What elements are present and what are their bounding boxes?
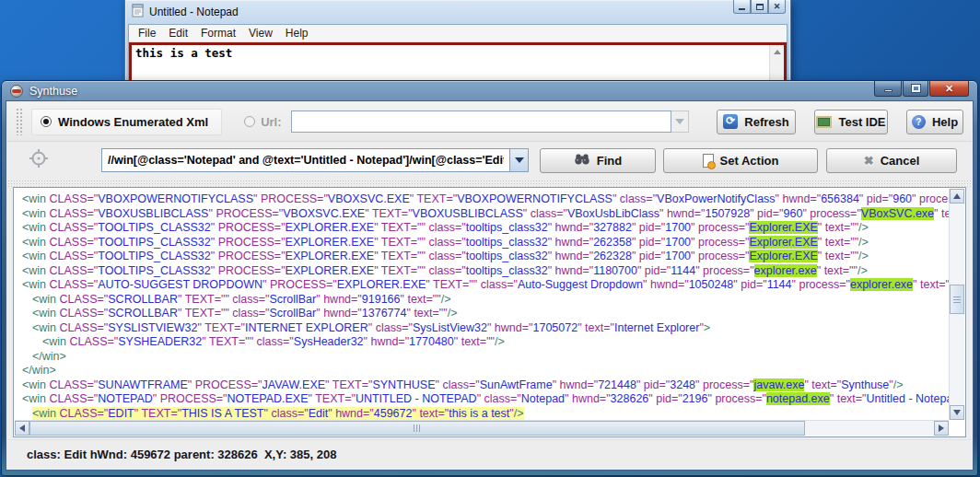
xml-line[interactable]: <win CLASS="VBOXUSBLIBCLASS" PROCESS="VB… [15,207,949,222]
xml-token: class=" [232,307,269,320]
xml-line[interactable]: <win CLASS="SUNAWTFRAME" PROCESS="JAVAW.… [15,378,949,393]
scroll-down-button[interactable] [950,405,964,420]
element-spy-crosshair-icon[interactable] [29,149,48,171]
xml-token: </win> [22,364,56,377]
minimize-icon [884,89,892,92]
scroll-left-button[interactable] [15,421,29,436]
xml-token: PROCESS=" [160,392,228,405]
xml-token: Notepad [521,392,565,405]
help-button[interactable]: ? Help [906,110,963,134]
xml-line[interactable]: <win CLASS="VBOXPOWERNOTIFYCLASS" PROCES… [15,192,949,207]
xml-token: TEXT=" [332,378,373,391]
notepad-window: Untitled - Notepad ✕ File Edit Format Vi… [124,0,791,88]
xml-token: ScrollBar [270,293,317,306]
xml-line[interactable]: <win CLASS="SYSHEADER32" TEXT="" class="… [15,335,949,350]
url-input[interactable] [291,111,671,133]
refresh-button[interactable]: ⟳ Refresh [717,110,796,134]
xml-line[interactable]: </win> [15,350,949,365]
xml-token: class=" [428,236,465,249]
xml-line[interactable]: <win CLASS="AUTO-SUGGEST DROPDOWN" PROCE… [15,278,949,293]
xml-token: 960 [892,192,912,205]
xml-token: VBOXPOWERNOTIFYCLASS [98,192,253,205]
xml-line[interactable]: <win CLASS="SCROLLBAR" TEXT="" class="Sc… [15,293,949,308]
xml-token: pid=" [656,392,682,405]
xml-line[interactable]: <win CLASS="EDIT" TEXT="THIS IS A TEST" … [15,407,949,421]
xml-token: TEXT=" [381,236,422,249]
menu-view[interactable]: View [242,27,279,40]
scroll-up-icon[interactable] [770,45,784,59]
cancel-button[interactable]: ✖ Cancel [826,148,957,173]
xml-token: hwnd=" [555,264,594,277]
xml-token: class=" [271,407,308,420]
horizontal-scrollbar[interactable] [15,420,949,436]
xml-token: 327882 [593,221,632,234]
xml-token: PROCESS=" [216,207,283,220]
xml-line[interactable]: <win CLASS="NOTEPAD" PROCESS="NOTEPAD.EX… [15,392,949,407]
xml-line[interactable]: <win CLASS="SCROLLBAR" TEXT="" class="Sc… [15,307,949,321]
xml-token: text=" [824,264,854,277]
xml-line[interactable]: <win CLASS="TOOLTIPS_CLASS32" PROCESS="E… [15,250,949,264]
test-ide-button[interactable]: Test IDE [814,110,888,134]
xml-line[interactable]: <win CLASS="TOOLTIPS_CLASS32" PROCESS="E… [15,221,949,236]
synthuse-minimize-button[interactable] [874,81,902,97]
radio-windows-xml[interactable]: Windows Enumerated Xml [31,109,222,135]
xml-token: /> [858,250,869,262]
notepad-titlebar[interactable]: Untitled - Notepad ✕ [128,0,788,24]
menu-file[interactable]: File [132,27,162,40]
xml-line[interactable]: <win CLASS="SYSLISTVIEW32" TEXT="INTERNE… [15,321,949,336]
xml-token: CLASS=" [70,335,119,348]
synthuse-window: Synthuse ✕ Windows Enumerated Xml Url: [1,80,978,476]
xml-token: SCROLLBAR [108,293,178,306]
horizontal-scroll-thumb[interactable] [29,421,805,436]
radio-url[interactable]: Url: [244,115,281,129]
xml-token: <win [22,207,50,220]
synthuse-close-button[interactable]: ✕ [929,81,969,97]
xml-token: Untitled - Notepad [867,392,949,405]
notepad-minimize-button[interactable] [733,0,751,14]
xml-content[interactable]: <win CLASS="VBOXPOWERNOTIFYCLASS" PROCES… [15,189,949,420]
xml-token: Internet Explorer [614,321,699,334]
xml-token: TEXT=" [372,207,413,220]
find-button[interactable]: Find [540,148,656,173]
notepad-vertical-scrollbar[interactable] [769,45,784,82]
scroll-up-button[interactable] [950,189,964,204]
synthuse-titlebar[interactable]: Synthuse ✕ [2,81,977,100]
xml-token: <win [22,264,50,277]
menu-help[interactable]: Help [279,27,315,40]
xml-line[interactable]: <win CLASS="TOOLTIPS_CLASS32" PROCESS="E… [15,264,949,279]
synthuse-maximize-button[interactable] [903,81,928,97]
xml-token: /> [858,221,869,234]
finder-toolbar: Find Set Action ✖ Cancel [7,142,972,179]
xml-token: text=" [825,250,855,262]
notepad-maximize-button[interactable] [751,0,768,14]
xml-token: 3248 [670,378,695,391]
xml-token: <win [22,278,50,291]
xml-token: PROCESS=" [195,378,262,391]
xml-token: SYSLISTVIEW32 [108,321,197,334]
xml-token: 1700 [665,236,691,249]
vertical-scroll-thumb[interactable] [950,285,964,314]
toolbar-grip-handle[interactable] [16,108,24,135]
xml-line[interactable]: <win CLASS="TOOLTIPS_CLASS32" PROCESS="E… [15,236,949,250]
menu-edit[interactable]: Edit [162,27,194,40]
notepad-close-button[interactable]: ✕ [768,0,786,14]
notepad-text-area[interactable]: this is a test [129,42,787,85]
refresh-icon: ⟳ [723,114,738,129]
xml-token: TOOLTIPS_CLASS32 [98,264,211,277]
xml-line[interactable]: </win> [15,364,949,378]
menu-format[interactable]: Format [194,27,242,40]
xml-token: TOOLTIPS_CLASS32 [98,250,211,262]
xml-token: PROCESS=" [261,192,328,205]
vertical-scrollbar[interactable] [949,189,964,420]
url-dropdown-button[interactable] [671,111,689,133]
xml-token: hwnd=" [667,207,706,220]
maximize-icon [912,85,920,92]
notepad-text: this is a test [135,46,232,60]
xpath-input[interactable] [101,148,510,172]
xml-token: CLASS=" [50,236,99,249]
xml-token: JAVAW.EXE [262,378,326,391]
set-action-button[interactable]: Set Action [663,148,818,173]
xpath-dropdown-button[interactable] [510,148,529,172]
xml-token: /> [858,264,868,277]
scroll-right-button[interactable] [934,421,949,436]
